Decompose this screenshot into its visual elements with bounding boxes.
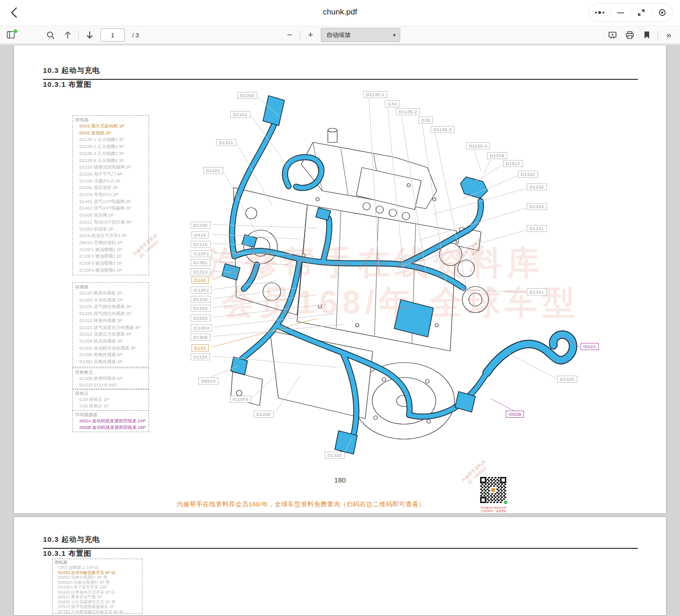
page-count-label: / 3 [132, 32, 139, 39]
legend-row: I002A 发动机线束接前部线束 24P [75, 418, 149, 424]
pdf-viewport[interactable]: 10.3 起动与充电 10.3.1 布置图 [0, 45, 680, 616]
legend-row: D7750 主动悬架模式切换开关 6P 棕 [55, 609, 142, 614]
legend-box-sensors: 传感器 D1120 爆震传感器 2PD1203 水温传感器 2PD1231 进气… [72, 282, 149, 367]
legend-box-inter-connectors: 中间插接器 I002A 发动机线束接前部线束 24PI002B 发动机线束接前部… [72, 410, 149, 432]
legend-row: IC10F1 燃油喷嘴1 2P [75, 246, 149, 253]
search-icon [46, 31, 55, 40]
legend-row: IC10F2 燃油喷嘴2 2P [75, 253, 149, 260]
legend-row: C001 诊断接口 16P 白 [55, 565, 142, 570]
legend-row: D102 发电机 2P [75, 130, 149, 137]
page-number: 180 [14, 476, 666, 484]
more-options-button[interactable] [589, 7, 610, 18]
legend-title: 用电器 [75, 117, 149, 123]
minimize-icon: — [617, 10, 624, 15]
legend-row: D1309 热管理模块 5P [75, 375, 149, 382]
pdf-page-1: 10.3 起动与充电 10.3.1 布置图 [14, 45, 666, 513]
qr-code [480, 477, 506, 503]
legend-row: D7570 疲劳驾驶预紧摄像头 2P [55, 604, 142, 609]
legend-row: D1402 排气VVT电磁阀 2P [75, 205, 149, 212]
legend-row: D1135-2 点火线圈2 3P [75, 143, 149, 150]
zoom-out-button[interactable]: − [283, 28, 296, 42]
legend-row: D1523 机油泵 2P [75, 226, 149, 233]
zoom-in-button[interactable]: + [304, 28, 317, 42]
legend-title: 用电器 [55, 560, 142, 565]
legend-row: D1322 温度压力传感器 4P [75, 331, 149, 338]
legend-row: IC10F4 燃油喷嘴4 2P [75, 267, 149, 274]
fullscreen-icon [637, 8, 645, 17]
legend-box-consumers: 用电器 D101 插片式起动机 1PD102 发电机 2PD1135-1 点火线… [72, 115, 149, 275]
notification-dot [13, 29, 18, 34]
qr-green-dot [503, 500, 508, 505]
legend-box-consumers-p2: 用电器 C001 诊断接口 16P 白D1003 起停功能切换开关 6P 绿D3… [52, 559, 142, 614]
print-button[interactable] [623, 28, 636, 42]
legend-row: D1231 进气相位传感器 3P [75, 303, 149, 310]
more-tools-button[interactable]: » [662, 28, 675, 42]
window-controls: — [589, 3, 673, 22]
legend-row: D1425 泄压阀 2P [75, 212, 149, 219]
legend-row: D1341 高压油泵 2P [75, 184, 149, 191]
legend-box-control-units: 控制单元 D1309 热管理模块 5PD1320 ECU-B 95P [72, 368, 149, 390]
legend-row: D1351 后氧传感器 4P [75, 358, 149, 365]
legend-row: D1350 前氧传感器 5P [75, 351, 149, 358]
legend-row: D1003 起停功能切换开关 6P 绿 [55, 570, 142, 575]
bookmark-button[interactable] [640, 28, 653, 42]
legend-row: G34 搭铁点 1P [75, 396, 149, 403]
legend-row: D1203 水温传感器 2P [75, 297, 149, 304]
minus-icon: − [287, 31, 292, 39]
legend-row: G35 搭铁点 1P [75, 403, 149, 409]
legend-row: IC10F3 燃油喷嘴3 2P [75, 260, 149, 267]
legend-row: D8010 空调压缩机 2P [75, 239, 149, 246]
legend-row: D1320 ECU-B 95P [75, 382, 149, 388]
zoom-select[interactable]: 自动缩放 ▾ [321, 28, 400, 42]
legend-row: D1215 碳罐清洗电磁阀 2P [75, 164, 149, 171]
legend-row: D1135-3 点火线圈3 3P [75, 150, 149, 157]
target-circle-icon [658, 8, 666, 17]
fullscreen-button[interactable] [631, 7, 652, 18]
legend-row: D101 插片式起动机 1P [75, 123, 149, 130]
legend-row: D3002 仪表台氛围灯 4P 黑 [55, 575, 142, 580]
sidebar-toggle-button[interactable] [5, 28, 18, 42]
zoom-select-value: 自动缩放 [326, 31, 351, 39]
legend-row: D1230 活塞(PCJ) 2P [75, 178, 149, 185]
legend-row: D1120 爆震传感器 2P [75, 290, 149, 297]
legend-row: D4435A 电子驻车开关 16P [55, 585, 142, 590]
presentation-icon [608, 31, 617, 40]
legend-row: D6283 行李箱内开启开关 6P 白 [55, 590, 142, 595]
page-number-input[interactable] [100, 28, 125, 42]
legend-row: D1321 进气温度压力传感器 4P [75, 324, 149, 331]
legend-row: D6512 乘客安全气囊 2P [55, 595, 142, 600]
pdf-toolbar: / 3 − + 自动缩放 ▾ [0, 26, 680, 44]
chevron-down-icon: ▾ [393, 32, 396, 38]
pdf-page-2: 10.3 起动与充电 10.3.1 布置图 用电器 C001 诊断接口 16P … [14, 517, 666, 615]
legend-box-grounds: 搭铁点 G34 搭铁点 1PG35 搭铁点 1P [72, 389, 149, 411]
target-button[interactable] [652, 7, 673, 18]
chevrons-right-icon: » [666, 30, 672, 40]
bookmark-icon [644, 31, 650, 39]
window-titlebar: chunk.pdf — [0, 0, 680, 26]
more-dots-icon [595, 11, 604, 14]
next-page-button[interactable] [83, 28, 96, 42]
legend-row: D1379 导电PCV 2P [75, 191, 149, 198]
printer-icon [625, 31, 634, 40]
legend-row: D6600 大灯高度调节开关 6P 黑 [55, 600, 142, 605]
presentation-mode-button[interactable] [606, 28, 619, 42]
legend-row: D1135-1 点火线圈1 3P [75, 136, 149, 143]
minimize-button[interactable]: — [610, 7, 631, 18]
legend-row: D414 机油压力开关2 3P [75, 232, 149, 239]
arrow-up-icon [64, 30, 71, 40]
find-button[interactable] [44, 28, 57, 42]
prev-page-button[interactable] [61, 28, 74, 42]
legend-row: D1226 电子节气门 6P [75, 171, 149, 178]
section-heading: 10.3 起动与充电 [43, 535, 638, 549]
legend-row: D1332 发动机水温传感器 3P [75, 345, 149, 352]
legend-row: D1313 转速传感器 3P [75, 317, 149, 324]
footer-promo-text: 汽修帮手在线资料库会员168/年，全球车型资料免费查询（扫码右边二维码即可查看） [177, 500, 425, 509]
legend-title: 中间插接器 [75, 412, 149, 418]
qr-logo [490, 487, 496, 493]
section-subheading: 10.3.1 布置图 [43, 549, 92, 559]
window-title: chunk.pdf [0, 7, 680, 17]
legend-row: D1401 进气VVT电磁阀 2P [75, 198, 149, 205]
legend-row: I002B 发动机线束接前部线束 20P [75, 424, 149, 431]
legend-row: D1135-4 点火线圈4 3P [75, 157, 149, 164]
legend-row: D1235 排气相位传感器 3P [75, 310, 149, 317]
